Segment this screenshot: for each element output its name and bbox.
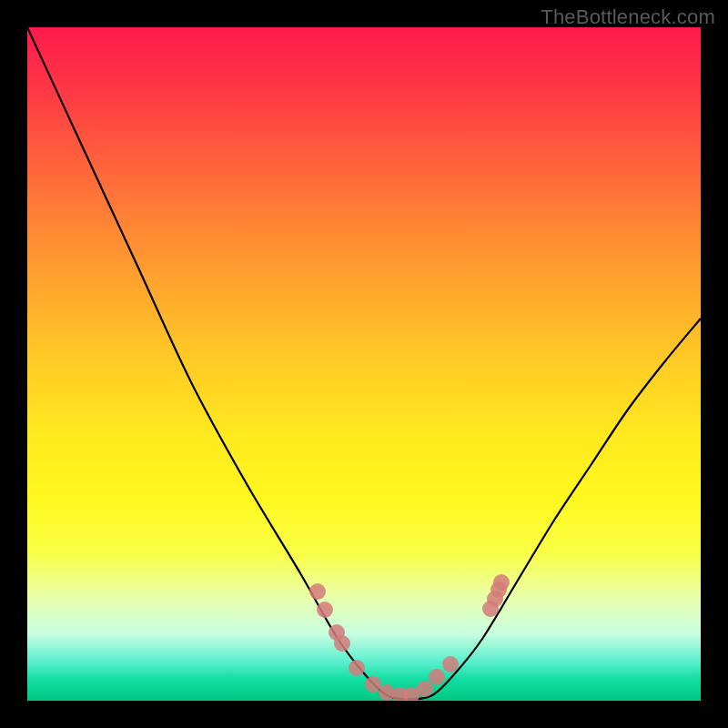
data-marker [334,635,350,652]
data-marker [317,602,333,618]
chart-svg [27,27,701,701]
data-marker [429,669,445,685]
bottleneck-curve [27,27,701,699]
data-marker [442,656,459,672]
data-marker [309,583,326,600]
watermark-text: TheBottleneck.com [541,5,715,29]
data-marker [349,660,365,676]
data-markers [309,574,510,701]
data-marker [417,681,433,697]
chart-plot-area [27,27,701,701]
data-marker [379,684,395,701]
data-marker [365,676,381,693]
data-marker [493,574,510,591]
